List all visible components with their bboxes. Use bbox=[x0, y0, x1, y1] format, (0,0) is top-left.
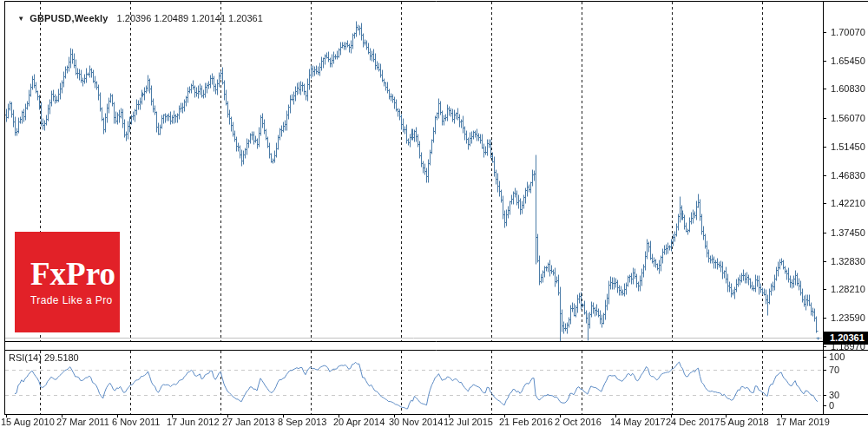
fxpro-logo-tagline: Trade Like a Pro bbox=[30, 294, 120, 306]
date-tick-label: 5 Aug 2018 bbox=[720, 417, 769, 427]
price-tick-label: 1.65450 bbox=[831, 56, 865, 66]
date-tick-label: 27 Jan 2013 bbox=[222, 417, 275, 427]
price-tick-label: 1.60830 bbox=[831, 83, 865, 94]
symbol-dropdown-icon[interactable]: ▼ bbox=[17, 15, 24, 23]
rsi-tick-label: 100 bbox=[829, 352, 845, 362]
price-tick-label: 1.46830 bbox=[831, 170, 865, 181]
price-chart-canvas[interactable] bbox=[0, 0, 868, 434]
date-tick-label: 27 Mar 2011 bbox=[56, 417, 109, 427]
ohlc-values: 1.20396 1.20489 1.20141 1.20361 bbox=[117, 13, 263, 23]
date-tick-label: 12 Jul 2015 bbox=[444, 417, 493, 427]
rsi-indicator-label: RSI(14) 29.5180 bbox=[9, 352, 79, 363]
rsi-name: RSI(14) bbox=[9, 352, 42, 363]
date-tick-label: 14 May 2017 bbox=[610, 417, 666, 427]
price-tick-label: 1.32830 bbox=[831, 256, 865, 266]
rsi-tick-label: 30 bbox=[829, 390, 839, 400]
rsi-tick-label: 70 bbox=[829, 365, 839, 375]
date-tick-label: 6 Nov 2011 bbox=[112, 417, 160, 427]
date-tick-label: 17 Mar 2019 bbox=[776, 417, 830, 427]
date-tick-label: 8 Sep 2013 bbox=[278, 417, 326, 427]
price-tick-label: 1.37450 bbox=[831, 227, 865, 238]
rsi-value: 29.5180 bbox=[44, 352, 79, 363]
chart-window: ▼GBPUSD,Weekly1.20396 1.20489 1.20141 1.… bbox=[0, 0, 868, 434]
fxpro-logo-title: FxPro bbox=[30, 259, 120, 290]
fxpro-logo: FxPro Trade Like a Pro bbox=[15, 232, 120, 332]
symbol-timeframe-label: GBPUSD,Weekly bbox=[30, 13, 108, 23]
price-tick-label: 1.23590 bbox=[831, 312, 865, 323]
date-tick-label: 2 Oct 2016 bbox=[555, 417, 602, 427]
rsi-tick-label: 0 bbox=[829, 400, 834, 411]
chart-header: ▼GBPUSD,Weekly1.20396 1.20489 1.20141 1.… bbox=[7, 3, 263, 34]
date-tick-label: 24 Dec 2017 bbox=[666, 417, 720, 427]
date-tick-label: 20 Apr 2014 bbox=[333, 417, 385, 427]
date-tick-label: 30 Nov 2014 bbox=[389, 417, 443, 427]
price-tick-label: 1.51450 bbox=[831, 141, 865, 152]
price-tick-label: 1.56070 bbox=[831, 113, 865, 123]
date-tick-label: 15 Aug 2010 bbox=[1, 417, 55, 427]
price-tick-label: 1.70070 bbox=[831, 27, 865, 37]
price-tick-label: 1.42210 bbox=[831, 198, 865, 208]
price-tick-label: 1.28210 bbox=[831, 284, 865, 294]
current-price-value: 1.20361 bbox=[830, 332, 865, 343]
current-price-tag: 1.20361 bbox=[824, 332, 868, 345]
date-tick-label: 17 Jun 2012 bbox=[167, 417, 220, 427]
date-tick-label: 21 Feb 2016 bbox=[499, 417, 553, 427]
